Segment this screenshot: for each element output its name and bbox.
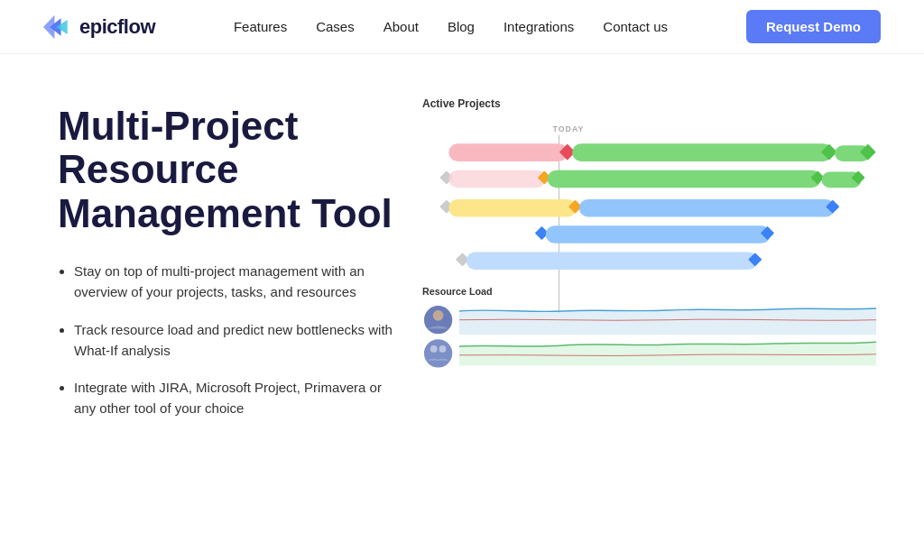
logo-text: epicflow <box>79 15 155 39</box>
svg-rect-21 <box>579 199 835 217</box>
svg-rect-19 <box>448 199 577 217</box>
svg-rect-5 <box>448 143 568 161</box>
hero-right: Active Projects TODAY <box>401 97 881 389</box>
nav-link-features[interactable]: Features <box>234 19 287 34</box>
svg-rect-27 <box>467 252 757 271</box>
nav-link-integrations[interactable]: Integrations <box>504 19 574 34</box>
logo[interactable]: epicflow <box>43 14 155 40</box>
svg-rect-7 <box>572 143 832 161</box>
gantt-svg: TODAY <box>422 119 881 374</box>
bullet-item-1: Stay on top of multi-project management … <box>74 261 401 303</box>
svg-rect-12 <box>448 170 545 188</box>
svg-point-33 <box>430 345 438 353</box>
main-content: Multi-Project Resource Management Tool S… <box>0 54 924 463</box>
hero-left: Multi-Project Resource Management Tool S… <box>58 97 401 419</box>
svg-rect-14 <box>548 170 821 188</box>
svg-text:Resource Load: Resource Load <box>422 286 493 297</box>
request-demo-button[interactable]: Request Demo <box>746 10 881 43</box>
bullet-item-2: Track resource load and predict new bott… <box>74 319 401 362</box>
svg-text:TODAY: TODAY <box>553 124 585 133</box>
svg-point-34 <box>439 345 447 353</box>
nav-link-contact[interactable]: Contact us <box>603 19 668 34</box>
bullet-item-3: Integrate with JIRA, Microsoft Project, … <box>74 377 401 419</box>
svg-point-31 <box>433 310 444 321</box>
nav-link-cases[interactable]: Cases <box>316 19 355 34</box>
gantt-label: Active Projects <box>422 97 881 110</box>
nav-link-about[interactable]: About <box>383 19 419 34</box>
gantt-chart: Active Projects TODAY <box>422 97 881 378</box>
bullet-list: Stay on top of multi-project management … <box>58 261 401 419</box>
svg-point-32 <box>424 339 452 367</box>
nav-links: Features Cases About Blog Integrations C… <box>234 19 668 34</box>
svg-rect-24 <box>546 225 771 243</box>
navbar: epicflow Features Cases About Blog Integ… <box>0 0 924 54</box>
hero-title: Multi-Project Resource Management Tool <box>58 105 401 235</box>
nav-link-blog[interactable]: Blog <box>448 19 475 34</box>
logo-icon <box>43 14 72 40</box>
